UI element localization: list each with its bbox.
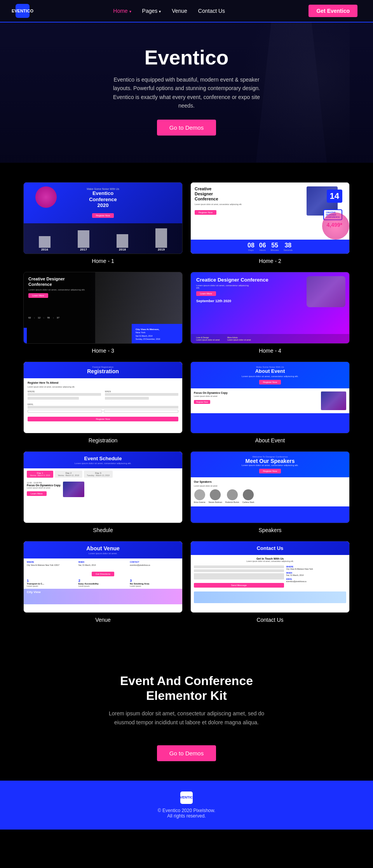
home3-content: Creative Designer Conference Lorem ipsum… xyxy=(24,272,182,315)
footer-rights: All rights reserved. xyxy=(16,813,357,819)
demo-item-schedule: Event Schedule Lorem ipsum dolor sit ame… xyxy=(23,451,183,533)
speakers-cta: Register Now xyxy=(259,469,281,473)
demo-item-about-event: Make Some Noise With Us About Event Lore… xyxy=(190,362,350,444)
home4-card[interactable]: Creatice Designer Conference Lorem ipsum… xyxy=(190,272,350,344)
home1-cta: Register Now xyxy=(92,213,114,218)
venue-label: Venue xyxy=(95,617,111,623)
nav-pages[interactable]: Pages ▾ xyxy=(142,8,161,14)
venue-cta: Get Directions xyxy=(92,572,114,576)
venue-where: WHERE City View At Metreon New York 1001… xyxy=(27,561,76,566)
home1-years-row: 2016 2017 2018 2019 xyxy=(24,223,182,254)
hero-cta-button[interactable]: Go to Demos xyxy=(157,120,216,136)
venue-desc: Lorem ipsum dolor sit amet. xyxy=(28,552,178,555)
nav-home[interactable]: Home ▾ xyxy=(113,8,131,14)
home3-counter-row: 02 : 12 : 55 : 37 xyxy=(24,315,182,320)
venue-city-view-img: City View xyxy=(24,589,182,604)
home2-card[interactable]: Creative Designer Conference Lorem ipsum… xyxy=(190,182,350,254)
get-eventico-button[interactable]: Get Eventico xyxy=(309,5,357,17)
nav-contact[interactable]: Contact Us xyxy=(198,8,225,14)
year-2017: 2017 xyxy=(67,230,100,251)
footer: EVEN TICO © Eventico 2020 Pixelshow. All… xyxy=(0,781,373,830)
contact-body: Send Message WHERE City View At Metreon … xyxy=(191,563,349,590)
contact-form: Send Message xyxy=(194,565,284,588)
venue-info: WHERE City View At Metreon New York 1001… xyxy=(24,558,182,569)
contact-info: WHERE City View At Metreon New York WHEN… xyxy=(286,565,346,588)
home3-cta: Learn More xyxy=(28,293,48,298)
about-event-card[interactable]: Make Some Noise With Us About Event Lore… xyxy=(190,362,350,433)
contact-submit[interactable]: Send Message xyxy=(194,583,284,588)
venue-title: About Venue xyxy=(28,545,178,551)
demo-item-contact: Contact Us Get In Touch With Us Lorem ip… xyxy=(190,541,350,623)
reg-body: Register Here To Attend Lorem ipsum dolo… xyxy=(24,378,182,424)
schedule-top: Event Schedule Lorem ipsum dolor sit ame… xyxy=(24,452,182,468)
nav-venue[interactable]: Venue xyxy=(172,8,187,14)
bottom-cta-button[interactable]: Go to Demos xyxy=(157,745,216,761)
speaker-2: Steven Butiman xyxy=(208,489,222,503)
home2-label: Home - 2 xyxy=(259,258,281,264)
about-cta2: Register Now xyxy=(194,400,210,404)
home2-text: Creative Designer Conference Lorem ipsum… xyxy=(195,186,303,236)
reg-when: WHEN xyxy=(105,390,178,401)
home4-label: Home - 4 xyxy=(259,348,281,354)
home2-top: Creative Designer Conference Lorem ipsum… xyxy=(191,183,349,240)
speakers-card[interactable]: Welcome To Designer Conference Meet Our … xyxy=(190,451,350,523)
logo[interactable]: EVEN TICO xyxy=(16,4,30,18)
speaker3-name: Roderick Burton xyxy=(225,501,239,503)
home2-bottom: 08 Days 06 Hours 55 Minutes 38 Seconds xyxy=(191,240,349,254)
day-tab-1[interactable]: Day 1 Vienna - March 9, 2018 xyxy=(27,471,53,478)
session-title: Focus On Dynamics Copy xyxy=(27,484,61,487)
contact-desc: Lorem ipsum dolor sit amet, consectetur … xyxy=(194,560,346,562)
speakers-section-title: Our Speakers xyxy=(194,480,346,483)
reg-where: WHERE xyxy=(28,390,101,401)
reg-top: Festival Registration Registration xyxy=(24,362,182,378)
home1-card[interactable]: Make Some Noise With Us Eventico Confere… xyxy=(23,182,183,254)
navbar: EVEN TICO Home ▾ Pages ▾ Venue Contact U… xyxy=(0,0,373,23)
nav-pages-caret: ▾ xyxy=(159,9,161,14)
about-desc: Lorem ipsum dolor sit amet, consectetur … xyxy=(195,375,345,377)
speaker4-avatar xyxy=(243,489,254,500)
day-tabs: Day 1 Vienna - March 9, 2018 Day 2 Vienn… xyxy=(24,468,182,480)
registration-label: Registration xyxy=(89,437,118,444)
contact-when: WHEN Sat, 01 March, 2014 xyxy=(286,572,346,576)
demo-grid: Make Some Noise With Us Eventico Confere… xyxy=(0,182,373,623)
reg-submit-button[interactable]: Register Now xyxy=(28,417,178,421)
year-2018: 2018 xyxy=(106,234,139,251)
count-seconds: 38 Seconds xyxy=(284,242,293,251)
home3-label: Home - 3 xyxy=(92,348,114,354)
home4-desc: Lorem ipsum dolor sit amet, consectetur … xyxy=(196,284,251,289)
home3-title: Creative Designer Conference xyxy=(28,276,75,287)
about-bottom: Focus On Dynamics Copy Lorem ipsum dolor… xyxy=(191,388,349,413)
home3-desc: Lorem ipsum dolor sit amet, consectetur … xyxy=(28,289,87,291)
day-tab-2[interactable]: Day 2 Vienna - March 12, 2019 xyxy=(55,471,82,478)
venue-contact: CONTACT eventico@pixelshow.us xyxy=(130,561,179,566)
demo-item-home4: Creatice Designer Conference Lorem ipsum… xyxy=(190,272,350,354)
home3-card[interactable]: Creative Designer Conference Lorem ipsum… xyxy=(23,272,183,344)
speaker1-name: Erica Greene xyxy=(194,501,205,503)
registration-card[interactable]: Festival Registration Registration Regis… xyxy=(23,362,183,433)
contact-where: WHERE City View At Metreon New York xyxy=(286,565,346,570)
home1-top: Make Some Noise With Us Eventico Confere… xyxy=(24,183,182,223)
home3-blue-side xyxy=(24,328,27,343)
venue-card[interactable]: About Venue Lorem ipsum dolor sit amet. … xyxy=(23,541,183,613)
contact-label: Contact Us xyxy=(256,617,283,623)
contact-title: Contact Us xyxy=(195,545,345,551)
contact-card[interactable]: Contact Us Get In Touch With Us Lorem ip… xyxy=(190,541,350,613)
logo-icon: EVEN TICO xyxy=(16,4,30,18)
home1-bubble xyxy=(35,186,57,208)
venue-feature-1: 1 Transport & C... Lorem ipsum xyxy=(27,579,76,587)
session-img xyxy=(63,482,84,497)
about-img xyxy=(321,391,346,410)
schedule-card[interactable]: Event Schedule Lorem ipsum dolor sit ame… xyxy=(23,451,183,523)
year-2016: 2016 xyxy=(28,236,61,251)
demo-item-home1: Make Some Noise With Us Eventico Confere… xyxy=(23,182,183,264)
reg-desc: Lorem ipsum dolor sit amet, consectetur … xyxy=(28,386,178,388)
speakers-title: Meet Our Speakers xyxy=(195,458,345,464)
speaker2-name: Steven Butiman xyxy=(208,501,222,503)
bottom-section: Event And Conference Elementor Kit Lorem… xyxy=(0,650,373,781)
bottom-desc: Lorem ipsum dolor sit amet, consectetur … xyxy=(105,709,268,727)
about-cta: Register Now xyxy=(259,380,281,384)
hero-title: Eventico xyxy=(145,46,229,69)
day-tab-3[interactable]: Day 3 Tuesday - March 13, 2019 xyxy=(84,471,113,478)
speaker-1: Erica Greene xyxy=(194,489,205,503)
home2-circle xyxy=(322,212,349,240)
